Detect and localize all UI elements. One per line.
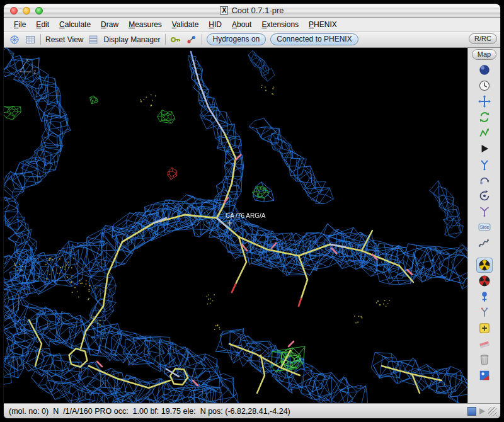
zoom-button[interactable] [35,7,43,14]
clear-pending-icon [478,338,491,350]
toolbar-separator [40,34,41,45]
map-grid-icon[interactable] [25,34,36,45]
traffic-lights [10,7,43,14]
add-atom-icon [478,322,491,334]
edit-chi-angles-icon [478,158,491,171]
refine-cycle-button[interactable] [476,110,493,125]
statusbar: (mol. no: 0) N /1/A/160 PRO occ: 1.00 bf… [4,403,500,418]
side-chain-180-button[interactable]: Side [476,220,493,235]
menu-extensions[interactable]: Extensions [256,19,304,30]
side-chain-180-icon: Side [478,221,491,234]
status-text: (mol. no: 0) N /1/A/160 PRO occ: 1.00 bf… [9,407,467,416]
fix-atoms-icon [478,290,491,303]
display-manager-button[interactable]: Display Manager [103,35,160,44]
menu-hid[interactable]: HID [203,19,227,30]
regularize-zone-icon [478,275,491,287]
undo-clock-button[interactable] [476,78,493,93]
edit-backbone-torsion-icon [478,237,491,249]
torsion-general-icon [478,127,491,139]
window-title: X Coot 0.7.1-pre [220,6,284,15]
menu-about[interactable]: About [227,19,256,30]
menu-edit[interactable]: Edit [31,19,54,30]
delete-item-icon [478,353,491,366]
fix-atoms-button[interactable] [476,289,493,304]
menu-draw[interactable]: Draw [96,19,123,30]
flip-peptide-button[interactable] [476,173,493,188]
titlebar[interactable]: X Coot 0.7.1-pre [4,4,500,18]
real-space-refine-zone-button[interactable] [476,258,493,273]
menu-validate[interactable]: Validate [167,19,204,30]
add-alt-conf-button[interactable] [476,305,493,320]
rotate-translate-zone-icon [478,190,491,202]
add-atom-button[interactable] [476,321,493,336]
menu-phenix[interactable]: PHENIX [304,19,342,30]
undo-clock-icon [478,79,491,92]
clear-pending-button[interactable] [476,336,493,351]
environment-sphere-button[interactable] [476,62,493,77]
real-space-refine-zone-icon [478,259,491,271]
delete-item-button[interactable] [476,352,493,367]
x11-icon: X [220,6,228,14]
expand-arrow-icon[interactable] [479,408,485,414]
scroll-indicator[interactable] [467,407,476,416]
refine-cycle-icon [478,111,491,123]
reset-view-button[interactable]: Reset View [45,35,83,44]
run-refinement-button[interactable] [476,141,493,156]
edit-backbone-torsion-button[interactable] [476,236,493,251]
environment-sphere-icon [478,64,491,76]
menubar: FileEditCalculateDrawMeasuresValidateHID… [4,18,500,31]
menu-measures[interactable]: Measures [123,19,167,30]
key-icon[interactable] [170,34,181,45]
gl-canvas[interactable] [4,48,467,403]
display-manager-icon[interactable] [88,34,99,45]
close-button[interactable] [10,7,18,14]
auto-fit-rotamer-button[interactable] [476,204,493,219]
rrc-button[interactable]: R/RC [469,33,497,44]
hydrogens-toggle[interactable]: Hydrogens on [207,33,266,45]
run-refinement-icon [478,142,491,155]
phenix-connection-toggle[interactable]: Connected to PHENIX [270,33,358,45]
gl-viewport[interactable]: CA /76 ARG/A [4,48,467,403]
rotate-translate-zone-button[interactable] [476,188,493,203]
statusbar-controls [467,407,497,416]
texture-map-icon [478,369,491,382]
regularize-zone-button[interactable] [476,273,493,288]
measure-icon[interactable] [186,34,197,45]
resize-grip[interactable] [488,407,497,416]
texture-map-button[interactable] [476,368,493,383]
svg-text:Side: Side [479,224,488,230]
edit-chi-angles-button[interactable] [476,157,493,172]
add-alt-conf-icon [478,306,491,319]
toolbar-separator [165,34,166,45]
menu-file[interactable]: File [9,19,31,30]
minimize-button[interactable] [23,7,30,14]
menu-calculate[interactable]: Calculate [54,19,96,30]
model-toolbar: Map Side [467,48,500,403]
torsion-general-button[interactable] [476,125,493,140]
translate-axes-button[interactable] [476,94,493,109]
auto-fit-rotamer-icon [478,205,491,218]
coordinates-icon[interactable] [9,34,20,45]
coot-window: X Coot 0.7.1-pre FileEditCalculateDrawMe… [4,4,500,418]
toolbar-separator [202,34,202,45]
window-title-text: Coot 0.7.1-pre [231,6,284,15]
toolbar: Reset View Display Manager Hydrogens on … [4,31,500,48]
translate-axes-icon [478,95,491,108]
map-button[interactable]: Map [472,49,496,60]
flip-peptide-icon [478,174,491,186]
content-row: CA /76 ARG/A Map Side [4,48,500,403]
